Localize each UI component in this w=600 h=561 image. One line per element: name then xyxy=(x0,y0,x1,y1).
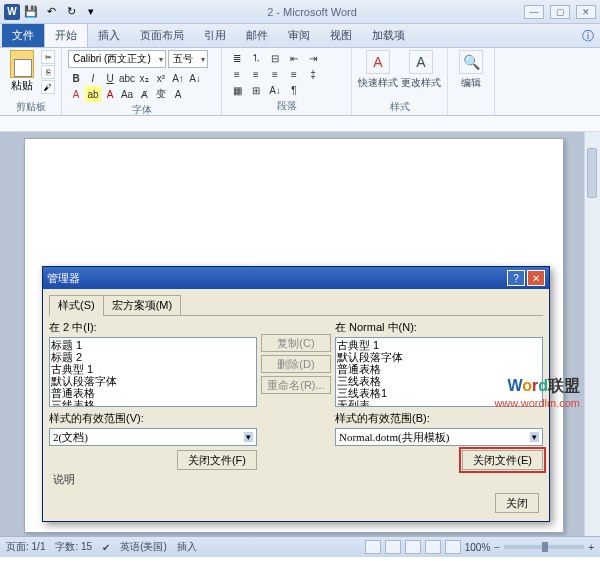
list-item[interactable]: 默认段落字体 xyxy=(337,351,541,363)
find-button[interactable]: 🔍 编辑 xyxy=(454,50,488,90)
bold-button[interactable]: B xyxy=(68,70,84,86)
view-draft-icon[interactable] xyxy=(445,540,461,554)
status-page[interactable]: 页面: 1/1 xyxy=(6,540,45,554)
align-center-icon[interactable]: ≡ xyxy=(247,66,265,82)
change-case-icon[interactable]: Aa xyxy=(119,86,135,102)
phonetic-icon[interactable]: 变 xyxy=(153,86,169,102)
left-scope-combo[interactable]: 2(文档) xyxy=(49,428,257,446)
dialog-help-button[interactable]: ? xyxy=(507,270,525,286)
view-print-icon[interactable] xyxy=(365,540,381,554)
left-listbox[interactable]: 标题 1 标题 2 古典型 1 默认段落字体 普通表格 三线表格 三线表格1 无… xyxy=(49,337,257,407)
status-lang[interactable]: 英语(美国) xyxy=(120,540,167,554)
left-in-label: 在 2 中(I): xyxy=(49,320,257,335)
grow-font-icon[interactable]: A↑ xyxy=(170,70,186,86)
change-styles-button[interactable]: A 更改样式 xyxy=(401,50,441,90)
zoom-level[interactable]: 100% xyxy=(465,542,491,553)
list-item[interactable]: 普通表格 xyxy=(51,387,255,399)
zoom-slider[interactable] xyxy=(504,545,584,549)
cut-icon[interactable]: ✂ xyxy=(41,50,55,64)
line-spacing-icon[interactable]: ‡ xyxy=(304,66,322,82)
qat-dropdown-icon[interactable]: ▾ xyxy=(82,3,100,21)
increase-indent-icon[interactable]: ⇥ xyxy=(304,50,322,66)
show-marks-icon[interactable]: ¶ xyxy=(285,82,303,98)
save-icon[interactable]: 💾 xyxy=(22,3,40,21)
status-words[interactable]: 字数: 15 xyxy=(55,540,92,554)
dialog-close-button[interactable]: ✕ xyxy=(527,270,545,286)
right-close-file-button[interactable]: 关闭文件(E) xyxy=(462,450,543,470)
list-item[interactable]: 三线表格 xyxy=(51,399,255,407)
vertical-scrollbar[interactable] xyxy=(584,132,600,536)
shading-icon[interactable]: ▦ xyxy=(228,82,246,98)
font-color-icon[interactable]: A xyxy=(102,86,118,102)
bullets-icon[interactable]: ≣ xyxy=(228,50,246,66)
right-scope-combo[interactable]: Normal.dotm(共用模板) xyxy=(335,428,543,446)
dtab-styles[interactable]: 样式(S) xyxy=(49,295,104,316)
paste-button[interactable]: 粘贴 xyxy=(6,50,38,93)
tab-layout[interactable]: 页面布局 xyxy=(130,24,194,47)
right-listbox[interactable]: 古典型 1 默认段落字体 普通表格 三线表格 三线表格1 无列表 正文 xyxy=(335,337,543,407)
list-item[interactable]: 古典型 1 xyxy=(337,339,541,351)
zoom-in-icon[interactable]: + xyxy=(588,542,594,553)
list-item[interactable]: 默认段落字体 xyxy=(51,375,255,387)
delete-button[interactable]: 删除(D) xyxy=(261,355,331,373)
view-outline-icon[interactable] xyxy=(425,540,441,554)
tab-home[interactable]: 开始 xyxy=(44,23,88,47)
list-item[interactable]: 三线表格 xyxy=(337,375,541,387)
highlight-icon[interactable]: ab xyxy=(85,86,101,102)
list-item[interactable]: 标题 1 xyxy=(51,339,255,351)
minimize-button[interactable]: — xyxy=(524,5,544,19)
superscript-button[interactable]: x² xyxy=(153,70,169,86)
status-proof-icon[interactable]: ✔ xyxy=(102,542,110,553)
clear-format-icon[interactable]: A̸ xyxy=(136,86,152,102)
shrink-font-icon[interactable]: A↓ xyxy=(187,70,203,86)
list-item[interactable]: 普通表格 xyxy=(337,363,541,375)
tab-view[interactable]: 视图 xyxy=(320,24,362,47)
italic-button[interactable]: I xyxy=(85,70,101,86)
list-item[interactable]: 三线表格1 xyxy=(337,387,541,399)
view-web-icon[interactable] xyxy=(405,540,421,554)
multilevel-icon[interactable]: ⊟ xyxy=(266,50,284,66)
tab-addins[interactable]: 加载项 xyxy=(362,24,415,47)
text-effects-icon[interactable]: A xyxy=(68,86,84,102)
group-clipboard: 粘贴 ✂ ⎘ 🖌 剪贴板 xyxy=(0,48,62,115)
format-painter-icon[interactable]: 🖌 xyxy=(41,80,55,94)
subscript-button[interactable]: x₂ xyxy=(136,70,152,86)
copy-icon[interactable]: ⎘ xyxy=(41,65,55,79)
ruler[interactable] xyxy=(0,116,600,132)
tab-mailings[interactable]: 邮件 xyxy=(236,24,278,47)
borders-icon[interactable]: ⊞ xyxy=(247,82,265,98)
list-item[interactable]: 标题 2 xyxy=(51,351,255,363)
decrease-indent-icon[interactable]: ⇤ xyxy=(285,50,303,66)
status-mode[interactable]: 插入 xyxy=(177,540,197,554)
left-close-file-button[interactable]: 关闭文件(F) xyxy=(177,450,257,470)
dialog-titlebar[interactable]: 管理器 ? ✕ xyxy=(43,267,549,289)
font-name-combo[interactable]: Calibri (西文正文) xyxy=(68,50,166,68)
quick-styles-button[interactable]: A 快速样式 xyxy=(358,50,398,90)
zoom-out-icon[interactable]: − xyxy=(494,542,500,553)
align-left-icon[interactable]: ≡ xyxy=(228,66,246,82)
rename-button[interactable]: 重命名(R)... xyxy=(261,376,331,394)
tab-references[interactable]: 引用 xyxy=(194,24,236,47)
undo-icon[interactable]: ↶ xyxy=(42,3,60,21)
sort-icon[interactable]: A↓ xyxy=(266,82,284,98)
dialog-close-footer-button[interactable]: 关闭 xyxy=(495,493,539,513)
help-icon[interactable]: ⓘ xyxy=(582,28,594,45)
list-item[interactable]: 无列表 xyxy=(337,399,541,407)
char-border-icon[interactable]: A xyxy=(170,86,186,102)
justify-icon[interactable]: ≡ xyxy=(285,66,303,82)
dtab-macros[interactable]: 宏方案项(M) xyxy=(103,295,182,316)
redo-icon[interactable]: ↻ xyxy=(62,3,80,21)
numbering-icon[interactable]: ⒈ xyxy=(247,50,265,66)
close-button[interactable]: ✕ xyxy=(576,5,596,19)
tab-file[interactable]: 文件 xyxy=(2,24,44,47)
font-size-combo[interactable]: 五号 xyxy=(168,50,208,68)
align-right-icon[interactable]: ≡ xyxy=(266,66,284,82)
maximize-button[interactable]: ▢ xyxy=(550,5,570,19)
tab-review[interactable]: 审阅 xyxy=(278,24,320,47)
strike-button[interactable]: abc xyxy=(119,70,135,86)
copy-button[interactable]: 复制(C) xyxy=(261,334,331,352)
view-read-icon[interactable] xyxy=(385,540,401,554)
list-item[interactable]: 古典型 1 xyxy=(51,363,255,375)
underline-button[interactable]: U xyxy=(102,70,118,86)
tab-insert[interactable]: 插入 xyxy=(88,24,130,47)
